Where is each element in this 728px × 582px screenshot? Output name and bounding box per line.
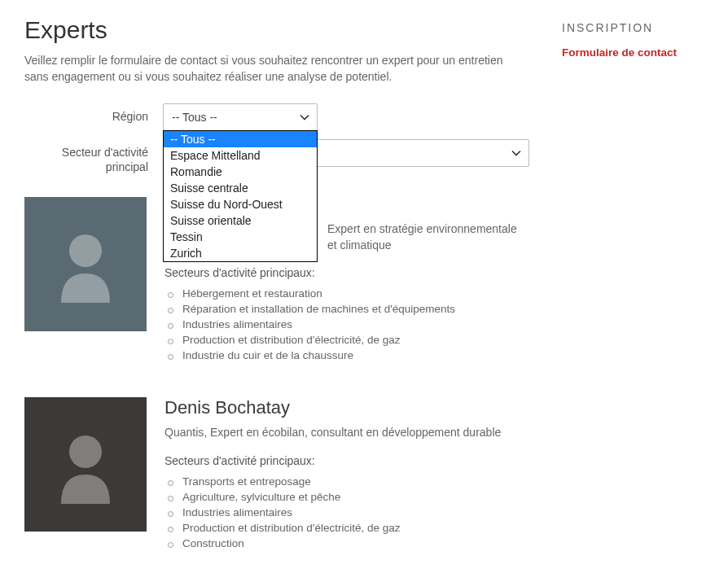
sectors-heading: Secteurs d'activité principaux:	[164, 454, 529, 467]
sector-label: Secteur d'activité principal	[24, 139, 163, 174]
sector-item: Transports et entreposage	[168, 475, 529, 488]
sectors-list: Transports et entreposageAgriculture, sy…	[164, 475, 529, 549]
region-option[interactable]: Suisse centrale	[164, 180, 317, 196]
sector-item: Production et distribution d'électricité…	[168, 334, 529, 346]
sectors-list: Hébergement et restaurationRéparation et…	[164, 287, 529, 361]
avatar	[24, 397, 147, 532]
intro-text: Veillez remplir le formulaire de contact…	[24, 52, 529, 85]
expert-card: Denis BochatayQuantis, Expert en écobila…	[24, 397, 529, 553]
avatar	[24, 197, 147, 331]
region-option[interactable]: Zurich	[164, 245, 317, 261]
expert-name: Denis Bochatay	[164, 397, 529, 418]
sector-item: Industries alimentaires	[168, 318, 529, 330]
expert-body: Denis BochatayQuantis, Expert en écobila…	[164, 397, 529, 553]
sector-item: Production et distribution d'électricité…	[168, 522, 529, 534]
region-select[interactable]: -- Tous --	[163, 103, 318, 131]
region-option[interactable]: Suisse orientale	[164, 212, 317, 229]
contact-form-link[interactable]: Formulaire de contact	[562, 46, 677, 59]
region-option[interactable]: Suisse du Nord-Ouest	[164, 196, 317, 212]
region-dropdown: -- Tous --Espace MittellandRomandieSuiss…	[163, 130, 318, 262]
sector-item: Réparation et installation de machines e…	[168, 303, 529, 315]
sector-item: Industrie du cuir et de la chaussure	[168, 349, 529, 361]
region-option[interactable]: -- Tous --	[164, 131, 317, 147]
sector-item: Hébergement et restauration	[168, 287, 529, 300]
svg-point-0	[69, 234, 102, 267]
region-option[interactable]: Romandie	[164, 164, 317, 180]
sectors-heading: Secteurs d'activité principaux:	[164, 266, 529, 279]
region-option[interactable]: Tessin	[164, 229, 317, 245]
sidebar-heading: INSCRIPTION	[562, 21, 704, 34]
region-label: Région	[24, 103, 163, 124]
region-select-value: -- Tous --	[172, 111, 217, 124]
page-title: Experts	[24, 16, 529, 44]
sector-item: Construction	[168, 537, 529, 549]
sector-item: Agriculture, sylviculture et pêche	[168, 491, 529, 503]
chevron-down-icon	[300, 114, 309, 120]
filter-row-region: Région -- Tous -- -- Tous --Espace Mitte…	[24, 103, 529, 131]
svg-point-1	[69, 435, 102, 468]
expert-role: Quantis, Expert en écobilan, consultant …	[164, 425, 529, 441]
chevron-down-icon	[511, 150, 521, 156]
region-option[interactable]: Espace Mittelland	[164, 147, 317, 164]
sector-item: Industries alimentaires	[168, 506, 529, 519]
